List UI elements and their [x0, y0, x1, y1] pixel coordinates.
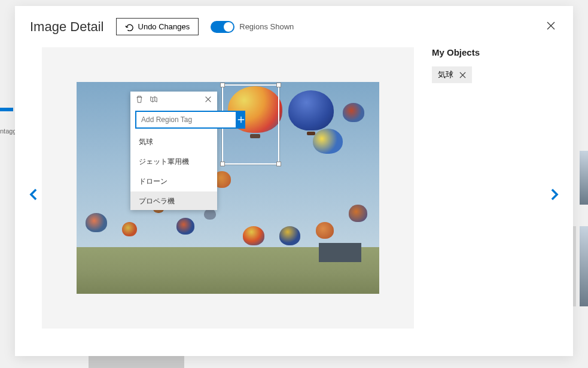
balloon-shape	[313, 129, 343, 154]
toggle-label: Regions Shown	[239, 22, 294, 31]
prev-image-button[interactable]	[27, 188, 40, 203]
chevron-right-icon	[548, 188, 561, 201]
resize-handle-br[interactable]	[276, 162, 281, 166]
close-popup-icon[interactable]	[204, 95, 212, 104]
toggle-knob	[224, 22, 233, 32]
tag-option[interactable]: 気球	[130, 132, 217, 152]
undo-changes-button[interactable]: Undo Changes	[116, 18, 199, 35]
object-chip[interactable]: 気球	[432, 66, 472, 83]
next-image-button[interactable]	[548, 188, 561, 203]
modal-header: Image Detail Undo Changes Regions Shown	[15, 6, 573, 41]
sidebar-title: My Objects	[432, 47, 480, 57]
undo-icon	[125, 23, 133, 31]
balloon-shape	[279, 226, 300, 245]
balloon-shape	[86, 213, 106, 232]
bg-side-label: ntagg	[0, 127, 17, 135]
tag-option[interactable]: ジェット軍用機	[130, 152, 217, 172]
image-detail-modal: Image Detail Undo Changes Regions Shown	[15, 6, 573, 356]
close-button[interactable]	[544, 19, 558, 35]
image-panel: 気球 ジェット軍用機 ドローン プロペラ機	[42, 47, 414, 329]
undo-label: Undo Changes	[138, 22, 190, 31]
resize-handle-tr[interactable]	[276, 83, 281, 87]
image-stage	[319, 243, 361, 262]
balloon-shape	[204, 209, 216, 220]
balloon-shape	[243, 226, 264, 245]
tag-input-row	[130, 107, 217, 132]
balloon-shape	[288, 90, 334, 130]
delete-region-icon[interactable]	[135, 95, 144, 104]
regions-toggle[interactable]	[211, 21, 234, 33]
resize-handle-bl[interactable]	[220, 162, 225, 166]
bg-thumb	[580, 226, 588, 306]
tag-popup-header	[130, 92, 217, 107]
region-tag-popup: 気球 ジェット軍用機 ドローン プロペラ機	[130, 92, 217, 210]
bg-thumb	[580, 151, 588, 205]
balloon-shape	[349, 205, 367, 221]
object-chip-label: 気球	[438, 69, 453, 80]
resize-handle-tl[interactable]	[220, 83, 225, 87]
plus-icon	[237, 115, 245, 124]
close-icon	[546, 21, 556, 31]
regions-toggle-wrap: Regions Shown	[211, 21, 294, 33]
remove-object-icon[interactable]	[459, 72, 466, 78]
bg-accent-bar	[0, 108, 13, 111]
balloon-shape	[176, 218, 194, 235]
image-canvas[interactable]: 気球 ジェット軍用機 ドローン プロペラ機	[77, 82, 379, 294]
balloon-shape	[343, 103, 364, 122]
region-tag-input[interactable]	[135, 111, 237, 129]
tag-option[interactable]: プロペラ機	[130, 191, 217, 210]
map-icon[interactable]	[150, 95, 158, 104]
tag-options-list[interactable]: 気球 ジェット軍用機 ドローン プロペラ機	[130, 132, 217, 210]
balloon-shape	[122, 222, 137, 237]
page-title: Image Detail	[30, 19, 104, 35]
tag-option[interactable]: ドローン	[130, 172, 217, 191]
objects-sidebar: My Objects 気球	[432, 47, 480, 349]
modal-body: 気球 ジェット軍用機 ドローン プロペラ機 My Objects 気球	[15, 41, 573, 349]
chevron-left-icon	[27, 188, 40, 201]
add-tag-button[interactable]	[237, 111, 245, 129]
balloon-shape	[316, 222, 334, 239]
